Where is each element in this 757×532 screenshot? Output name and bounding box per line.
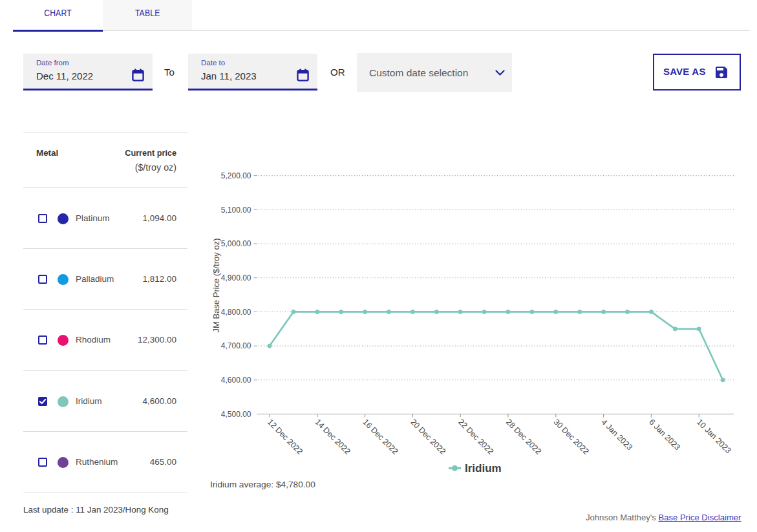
svg-text:5,100.00: 5,100.00 [221,206,251,215]
svg-text:6 Jan 2023: 6 Jan 2023 [647,418,682,452]
svg-text:14 Dec 2022: 14 Dec 2022 [314,418,352,456]
svg-text:22 Dec 2022: 22 Dec 2022 [456,418,495,456]
svg-text:16 Dec 2022: 16 Dec 2022 [361,418,400,456]
svg-text:12 Dec 2022: 12 Dec 2022 [266,418,304,456]
svg-text:4,500.00: 4,500.00 [221,410,251,419]
svg-text:4,600.00: 4,600.00 [221,376,251,385]
svg-text:5,000.00: 5,000.00 [221,239,251,248]
svg-text:JM Base Price ($/troy oz): JM Base Price ($/troy oz) [211,239,221,333]
svg-text:10 Jan 2023: 10 Jan 2023 [695,418,733,456]
svg-text:4,800.00: 4,800.00 [221,308,251,317]
svg-text:Iridium: Iridium [465,462,502,474]
svg-text:28 Dec 2022: 28 Dec 2022 [504,418,543,456]
svg-text:5,200.00: 5,200.00 [221,171,251,180]
svg-text:4,900.00: 4,900.00 [221,273,251,282]
svg-text:4 Jan 2023: 4 Jan 2023 [599,418,634,452]
svg-text:30 Dec 2022: 30 Dec 2022 [552,418,591,456]
svg-text:4,700.00: 4,700.00 [221,341,251,350]
svg-text:20 Dec 2022: 20 Dec 2022 [409,418,447,456]
